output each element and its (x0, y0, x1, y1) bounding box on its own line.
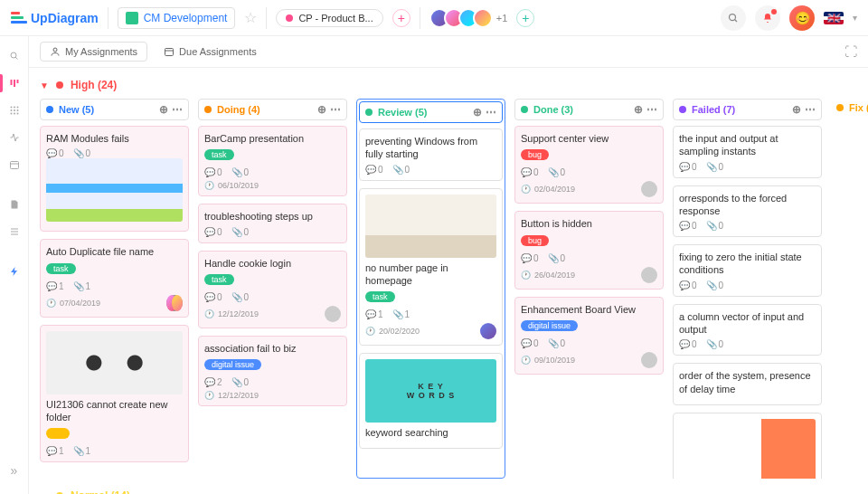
add-card-icon[interactable]: ⊕ (792, 103, 801, 116)
card[interactable]: Enhancement Board View digital issue 💬 0… (514, 297, 664, 375)
column-fix: Fix (0) (831, 99, 868, 479)
card-image: K E Y W O R D S (365, 359, 496, 423)
more-icon[interactable]: ⋯ (486, 106, 496, 119)
column-header[interactable]: Fix (0) (831, 99, 868, 117)
priority-dot (56, 81, 63, 89)
group-header-high[interactable]: ▼ High (24) (40, 79, 857, 91)
sidebar-item-grid[interactable] (0, 98, 29, 123)
card[interactable]: a column vector of input and output💬 0📎 … (673, 304, 822, 356)
column-doing: Doing (4)⊕⋯ BarCamp presentation task 💬 … (198, 99, 347, 479)
card[interactable]: order of the system, presence of delay t… (673, 363, 822, 405)
group-header-normal[interactable]: ▼ Normal (14) (40, 489, 857, 494)
column-header[interactable]: Failed (7)⊕⋯ (673, 99, 822, 120)
user-avatar[interactable]: 😊 (789, 5, 815, 31)
sidebar-item-board[interactable] (0, 71, 29, 96)
card[interactable] (673, 413, 822, 479)
sidebar-item-docs[interactable] (0, 192, 29, 217)
card-assignees (166, 295, 183, 311)
card[interactable]: fixing to zero the initial state conditi… (673, 244, 822, 297)
column-header[interactable]: Review (5)⊕⋯ (359, 101, 503, 123)
attachments-count: 📎 0 (73, 148, 91, 158)
more-icon[interactable]: ⋯ (805, 103, 816, 116)
card-assignee (641, 267, 657, 283)
svg-point-11 (14, 109, 15, 111)
tag-task: task (46, 263, 76, 274)
card[interactable]: Handle cookie login task 💬 0📎 0 🕐 12/12/… (198, 251, 347, 328)
card-assignee (480, 323, 496, 339)
card[interactable]: Support center view bug 💬 0📎 0 🕐 02/04/2… (514, 126, 664, 204)
svg-rect-4 (10, 80, 12, 85)
chevron-down-icon: ▼ (40, 81, 49, 90)
workspace-selector[interactable]: CM Development (118, 7, 236, 29)
svg-rect-22 (165, 49, 174, 56)
svg-line-1 (735, 19, 738, 22)
sidebar-expand[interactable]: » (0, 458, 29, 483)
card[interactable]: Auto Duplicate file name task 💬 1📎 1 🕐07… (40, 239, 189, 317)
svg-point-9 (16, 107, 18, 109)
calendar-icon (164, 46, 175, 57)
column-header[interactable]: Done (3)⊕⋯ (514, 99, 664, 120)
svg-point-12 (16, 109, 18, 111)
star-icon[interactable]: ☆ (244, 9, 257, 26)
user-icon (50, 46, 61, 57)
sidebar-item-calendar[interactable] (0, 152, 29, 177)
svg-point-21 (53, 48, 57, 52)
svg-rect-5 (14, 80, 15, 87)
card[interactable]: orresponds to the forced response💬 0📎 0 (673, 185, 822, 238)
svg-point-14 (14, 113, 15, 115)
tab-my-assignments[interactable]: My Assignments (40, 42, 147, 62)
sidebar-item-bolt[interactable] (0, 259, 29, 284)
card[interactable]: UI21306 cannot create new folder 💬 1📎 1 (40, 325, 189, 463)
svg-point-7 (10, 107, 12, 109)
language-flag-icon[interactable]: 🇬🇧 (824, 12, 844, 24)
card-image (46, 331, 183, 394)
chevron-down-icon[interactable]: ▾ (853, 13, 857, 23)
chevron-down-icon: ▼ (40, 491, 49, 495)
svg-point-8 (14, 107, 15, 109)
card[interactable]: troubleshooting steps up 💬 0📎 0 (198, 204, 347, 242)
column-header[interactable]: New (5)⊕⋯ (40, 99, 189, 120)
card[interactable]: the input and output at sampling instant… (673, 126, 822, 178)
tab-label: Due Assignments (179, 46, 257, 57)
fullscreen-icon[interactable]: ⛶ (844, 44, 857, 59)
card[interactable]: RAM Modules fails 💬 0📎 0 (40, 126, 189, 232)
card[interactable]: no number page in homepage task 💬 1📎 1 🕐… (359, 188, 503, 347)
card[interactable]: association fail to biz digital issue 💬 … (198, 336, 347, 406)
sidebar-item-list[interactable] (0, 219, 29, 244)
add-card-icon[interactable]: ⊕ (634, 103, 643, 116)
more-icon[interactable]: ⋯ (172, 103, 183, 116)
tab-due-assignments[interactable]: Due Assignments (155, 43, 266, 61)
card-assignee (641, 352, 657, 368)
search-button[interactable] (721, 5, 746, 31)
card[interactable]: K E Y W O R D S keyword searching (359, 353, 503, 449)
column-header[interactable]: Doing (4)⊕⋯ (198, 99, 347, 120)
svg-point-13 (10, 113, 12, 115)
logo[interactable]: UpDiagram (11, 11, 99, 25)
add-member-button[interactable]: + (516, 9, 534, 27)
member-avatars[interactable]: +1 (429, 8, 508, 28)
more-icon[interactable]: ⋯ (646, 103, 657, 116)
notification-dot (771, 9, 777, 14)
project-name: CP - Product B... (298, 13, 373, 24)
board-area: ▼ High (24) New (5)⊕⋯ RAM Modules fails … (29, 68, 868, 494)
project-pill[interactable]: CP - Product B... (276, 9, 382, 27)
card[interactable]: Button is hidden bug 💬 0📎 0 🕐 26/04/2019 (514, 211, 664, 289)
divider (108, 7, 108, 29)
topbar: UpDiagram CM Development ☆ CP - Product … (0, 0, 868, 36)
notifications-button[interactable] (755, 5, 780, 31)
sidebar-item-search[interactable] (0, 43, 29, 69)
add-project-button[interactable]: + (392, 9, 410, 27)
card[interactable]: BarCamp presentation task 💬 0📎 0 🕐 06/10… (198, 126, 347, 196)
add-card-icon[interactable]: ⊕ (317, 103, 326, 116)
card[interactable]: preventing Windows from fully starting 💬… (359, 128, 503, 181)
more-icon[interactable]: ⋯ (330, 103, 341, 116)
card-title: UI21306 cannot create new folder (46, 398, 183, 424)
sidebar-item-timeline[interactable] (0, 125, 29, 150)
clock-icon: 🕐 (46, 299, 56, 308)
columns: New (5)⊕⋯ RAM Modules fails 💬 0📎 0 Auto … (40, 99, 857, 479)
add-card-icon[interactable]: ⊕ (159, 103, 168, 116)
column-new: New (5)⊕⋯ RAM Modules fails 💬 0📎 0 Auto … (40, 99, 189, 479)
card-title: Auto Duplicate file name (46, 245, 183, 258)
add-card-icon[interactable]: ⊕ (473, 106, 482, 119)
avatar (473, 8, 493, 28)
